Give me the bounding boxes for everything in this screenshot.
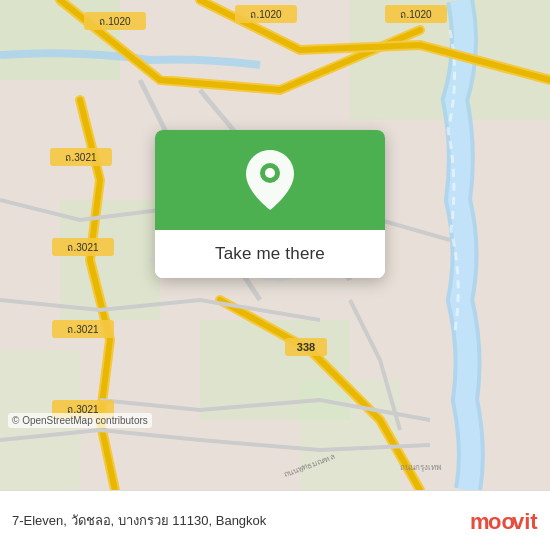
- popup-icon-background: [155, 130, 385, 230]
- svg-text:ถ.3021: ถ.3021: [65, 152, 96, 163]
- svg-text:ถ.1020: ถ.1020: [400, 9, 431, 20]
- svg-text:338: 338: [297, 341, 315, 353]
- map-view[interactable]: ถ.1020 ถ.1020 ถ.1020 ถ.3021 ถ.3021 ถ.302…: [0, 0, 550, 490]
- bottom-bar: 7-Eleven, วัดชลอ, บางกรวย 11130, Bangkok…: [0, 490, 550, 550]
- svg-text:m: m: [470, 509, 490, 534]
- location-text: 7-Eleven, วัดชลอ, บางกรวย 11130, Bangkok: [12, 510, 458, 531]
- svg-text:ถ.1020: ถ.1020: [99, 16, 130, 27]
- moovit-logo-svg: m oo vit: [468, 503, 538, 539]
- svg-text:oo: oo: [488, 509, 515, 534]
- location-popup: Take me there: [155, 130, 385, 278]
- svg-text:vit: vit: [512, 509, 538, 534]
- svg-text:ถ.3021: ถ.3021: [67, 242, 98, 253]
- svg-text:ถนนกรุงเทพ: ถนนกรุงเทพ: [400, 463, 441, 472]
- svg-text:ถ.3021: ถ.3021: [67, 324, 98, 335]
- moovit-logo: m oo vit: [468, 503, 538, 539]
- location-pin-icon: [246, 150, 294, 210]
- svg-point-26: [265, 168, 275, 178]
- map-attribution: © OpenStreetMap contributors: [8, 413, 152, 428]
- take-me-there-button[interactable]: Take me there: [155, 230, 385, 278]
- svg-text:ถ.1020: ถ.1020: [250, 9, 281, 20]
